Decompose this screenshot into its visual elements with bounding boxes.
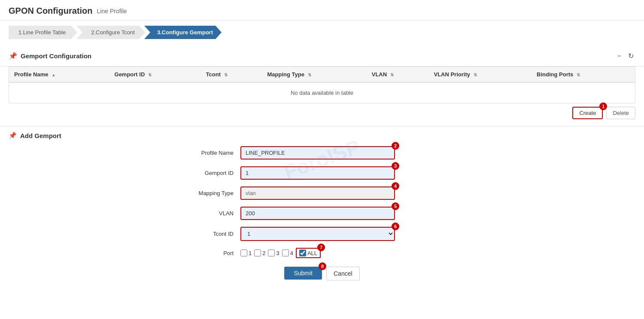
- submit-badge: 8: [319, 262, 326, 270]
- gemport-id-label: Gemport ID: [172, 170, 240, 176]
- page-header: GPON Configuration Line Profile: [0, 0, 644, 21]
- sort-icon-profile: ▲: [52, 72, 56, 77]
- port-label: Port: [172, 250, 240, 256]
- col-binding-ports[interactable]: Binding Ports ⇅: [532, 67, 635, 82]
- sort-icon-vlan-priority: ⇅: [474, 72, 477, 77]
- submit-btn-wrapper: Submit 8: [284, 267, 322, 280]
- gemport-config-header: 📌 Gemport Configuration − ↻: [0, 46, 644, 66]
- page-title: GPON Configuration: [9, 6, 93, 16]
- port-item-1: 1: [240, 250, 252, 256]
- pin-icon: 📌: [9, 52, 17, 60]
- mapping-type-input-wrapper: 4: [240, 187, 395, 200]
- gemport-id-input[interactable]: [240, 166, 395, 180]
- wizard-step-2[interactable]: 2.Configure Tcont: [76, 26, 145, 39]
- port-4-label: 4: [290, 250, 293, 256]
- table-no-data-row: No data available in table: [9, 82, 635, 103]
- col-gemport-id[interactable]: Gemport ID ⇅: [109, 67, 201, 82]
- gemport-form: Profile Name 2 Gemport ID 3 Mapping Type…: [172, 146, 472, 289]
- port-all-checkbox[interactable]: [299, 250, 306, 256]
- port-4-checkbox[interactable]: [282, 250, 289, 256]
- port-3-checkbox[interactable]: [268, 250, 275, 256]
- sort-icon-mapping: ⇅: [308, 72, 311, 77]
- profile-name-badge: 2: [392, 142, 399, 150]
- tcont-id-select[interactable]: 1 2 3 4: [240, 227, 395, 241]
- create-button[interactable]: Create: [572, 107, 603, 119]
- cancel-button[interactable]: Cancel: [326, 267, 360, 280]
- no-data-cell: No data available in table: [9, 82, 635, 103]
- table-header-row: Profile Name ▲ Gemport ID ⇅ Tcont ⇅ Mapp…: [9, 67, 635, 82]
- gemport-table: Profile Name ▲ Gemport ID ⇅ Tcont ⇅ Mapp…: [9, 67, 635, 103]
- mapping-type-badge: 4: [392, 182, 399, 190]
- port-item-2: 2: [254, 250, 265, 256]
- tcont-id-row: Tcont ID 1 2 3 4 6: [172, 227, 472, 241]
- col-profile-name[interactable]: Profile Name ▲: [9, 67, 109, 82]
- vlan-badge: 5: [392, 202, 399, 210]
- gemport-id-input-wrapper: 3: [240, 166, 395, 180]
- delete-button[interactable]: Delete: [606, 107, 635, 119]
- vlan-input-wrapper: 5: [240, 207, 395, 220]
- profile-name-input[interactable]: [240, 146, 395, 160]
- section-actions: − ↻: [616, 51, 635, 61]
- port-2-label: 2: [262, 250, 265, 256]
- port-1-label: 1: [249, 250, 252, 256]
- gemport-id-row: Gemport ID 3: [172, 166, 472, 180]
- tcont-id-badge: 6: [392, 223, 399, 230]
- port-1-checkbox[interactable]: [240, 250, 247, 256]
- port-group-wrapper: 1 2 3 4 ALL: [240, 248, 321, 258]
- mapping-type-label: Mapping Type: [172, 190, 240, 196]
- gemport-config-title: 📌 Gemport Configuration: [9, 52, 91, 60]
- port-item-4: 4: [282, 250, 293, 256]
- port-group: 1 2 3 4 ALL: [240, 248, 321, 258]
- port-3-label: 3: [276, 250, 279, 256]
- wizard-step-1[interactable]: 1.Line Profile Table: [9, 26, 77, 39]
- sort-icon-vlan: ⇅: [390, 72, 394, 77]
- col-tcont[interactable]: Tcont ⇅: [201, 67, 262, 82]
- vlan-input[interactable]: [240, 207, 395, 220]
- submit-button[interactable]: Submit: [284, 267, 322, 280]
- gemport-table-container: Profile Name ▲ Gemport ID ⇅ Tcont ⇅ Mapp…: [9, 66, 635, 103]
- wizard-step-3[interactable]: 3.Configure Gemport: [144, 26, 222, 39]
- sort-icon-tcont: ⇅: [224, 72, 228, 77]
- profile-name-label: Profile Name: [172, 150, 240, 156]
- gemport-id-badge: 3: [392, 162, 399, 170]
- mapping-type-input[interactable]: [240, 187, 395, 200]
- form-actions: Submit 8 Cancel: [172, 267, 472, 289]
- profile-name-input-wrapper: 2: [240, 146, 395, 160]
- tcont-id-select-wrapper: 1 2 3 4 6: [240, 227, 395, 241]
- page-subtitle: Line Profile: [97, 8, 127, 15]
- port-badge: 7: [317, 244, 325, 251]
- port-item-all: ALL: [296, 248, 321, 258]
- pin-icon-add: 📌: [9, 132, 17, 139]
- add-gemport-section: 📌 Add Gemport Profile Name 2 Gemport ID …: [0, 126, 644, 292]
- add-gemport-title: 📌 Add Gemport: [9, 132, 635, 139]
- minimize-button[interactable]: −: [616, 51, 623, 61]
- port-row: Port 1 2 3: [172, 248, 472, 258]
- col-mapping-type[interactable]: Mapping Type ⇅: [262, 67, 366, 82]
- port-item-3: 3: [268, 250, 279, 256]
- col-vlan[interactable]: VLAN ⇅: [367, 67, 429, 82]
- create-btn-wrapper: Create 1: [572, 107, 603, 119]
- tcont-id-label: Tcont ID: [172, 231, 240, 237]
- col-vlan-priority[interactable]: VLAN Priority ⇅: [428, 67, 532, 82]
- port-all-label: ALL: [307, 250, 317, 256]
- mapping-type-row: Mapping Type 4: [172, 187, 472, 200]
- table-btn-row: Create 1 Delete: [0, 103, 644, 123]
- sort-icon-binding: ⇅: [577, 72, 580, 77]
- vlan-row: VLAN 5: [172, 207, 472, 220]
- port-2-checkbox[interactable]: [254, 250, 261, 256]
- vlan-label: VLAN: [172, 210, 240, 217]
- profile-name-row: Profile Name 2: [172, 146, 472, 160]
- sort-icon-gemport: ⇅: [148, 72, 152, 77]
- wizard-steps: 1.Line Profile Table 2.Configure Tcont 3…: [0, 21, 644, 44]
- refresh-button[interactable]: ↻: [626, 51, 635, 61]
